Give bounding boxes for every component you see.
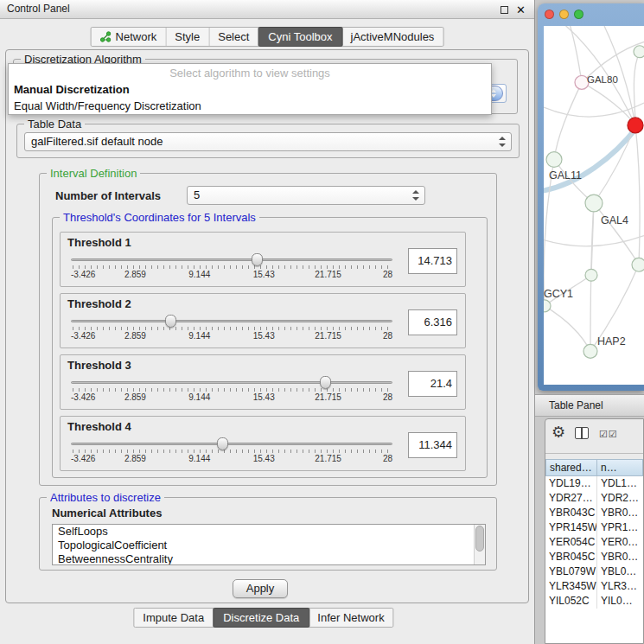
network-canvas[interactable]: GAL80 GAL11 GAL4 GCY1 HAP2 bbox=[544, 26, 644, 385]
table-cell[interactable]: YLR3… bbox=[597, 579, 643, 594]
tab-style-label: Style bbox=[175, 30, 200, 43]
table-panel-titlebar[interactable]: Table Panel bbox=[535, 394, 644, 417]
table-row[interactable]: YBR043C YBR0… bbox=[545, 506, 643, 520]
tab-network[interactable]: Network bbox=[92, 28, 167, 46]
scale-label: 9.144 bbox=[188, 270, 210, 279]
table-row[interactable]: YBL079W YBL0… bbox=[545, 564, 643, 579]
network-node[interactable] bbox=[544, 300, 551, 312]
attributes-group-title: Attributes to discretize bbox=[47, 491, 164, 504]
close-traffic-icon[interactable] bbox=[545, 10, 554, 19]
network-node[interactable] bbox=[585, 194, 603, 212]
tab-jactivemnodules[interactable]: jActiveMNodules bbox=[342, 28, 443, 46]
threshold-1-box: Threshold 1 -3.426 2.859 9.144 15.43 21.… bbox=[60, 232, 466, 287]
table-cell[interactable]: YBR045C bbox=[545, 550, 597, 564]
threshold-3-value-field[interactable]: 21.4 bbox=[408, 371, 457, 397]
tab-style[interactable]: Style bbox=[166, 28, 209, 46]
threshold-slider-thumb[interactable] bbox=[165, 315, 176, 328]
table-cell[interactable]: YPR145W bbox=[545, 520, 597, 535]
columns-icon[interactable] bbox=[575, 427, 589, 439]
tab-impute-data[interactable]: Impute Data bbox=[134, 609, 214, 627]
checkbox-filter-icons[interactable]: ☑☑ bbox=[599, 429, 618, 440]
number-of-intervals-label: Number of Intervals bbox=[55, 189, 161, 202]
table-cell[interactable]: YER054C bbox=[545, 535, 597, 550]
threshold-3-box: Threshold 3 -3.426 2.859 9.144 15.43 21.… bbox=[60, 354, 466, 410]
threshold-1-value-field[interactable]: 14.713 bbox=[408, 248, 457, 274]
network-node[interactable] bbox=[583, 344, 597, 358]
table-row[interactable]: YIL052C YIL0… bbox=[545, 594, 643, 609]
tab-select-label: Select bbox=[218, 30, 249, 43]
minimize-traffic-icon[interactable] bbox=[559, 10, 569, 19]
list-item[interactable]: TopologicalCoefficient bbox=[53, 539, 485, 552]
threshold-2-slider[interactable]: -3.426 2.859 9.144 15.43 21.715 28 bbox=[71, 315, 392, 346]
threshold-4-value-field[interactable]: 11.344 bbox=[408, 432, 457, 458]
numerical-attributes-list: SelfLoops TopologicalCoefficient Between… bbox=[52, 524, 486, 565]
table-cell[interactable]: YBL0… bbox=[597, 564, 643, 579]
table-row[interactable]: YDL19… YDL1… bbox=[545, 476, 643, 491]
table-row[interactable]: YLR345W YLR3… bbox=[545, 579, 643, 594]
column-header-name[interactable]: n… bbox=[597, 459, 643, 476]
top-tabstrip: Network Style Select Cyni Toolbox jActiv… bbox=[91, 27, 444, 47]
table-cell[interactable]: YDL1… bbox=[597, 476, 643, 491]
zoom-traffic-icon[interactable] bbox=[574, 10, 583, 19]
network-node-selected[interactable] bbox=[628, 118, 643, 133]
table-cell[interactable]: YIL0… bbox=[597, 594, 643, 609]
threshold-slider-thumb[interactable] bbox=[252, 253, 263, 266]
table-data-group-title: Table Data bbox=[24, 118, 85, 131]
control-panel-window: Control Panel ✕ Network Style Select Cyn… bbox=[0, 0, 535, 644]
table-cell[interactable]: YDR2… bbox=[597, 491, 643, 506]
apply-button[interactable]: Apply bbox=[233, 579, 288, 598]
network-node[interactable] bbox=[634, 46, 644, 58]
table-cell[interactable]: YBR043C bbox=[545, 506, 597, 520]
network-node[interactable] bbox=[585, 269, 597, 281]
window-traffic-lights bbox=[545, 10, 583, 19]
table-cell[interactable]: YPR1… bbox=[597, 520, 643, 535]
dropdown-option-equal-width[interactable]: Equal Width/Frequency Discretization bbox=[9, 98, 491, 114]
table-cell[interactable]: YLR345W bbox=[545, 579, 597, 594]
scrollbar-thumb[interactable] bbox=[475, 526, 484, 552]
table-cell[interactable]: YIL052C bbox=[545, 594, 597, 609]
table-cell[interactable]: YDL19… bbox=[545, 476, 597, 491]
close-icon[interactable]: ✕ bbox=[516, 4, 526, 16]
table-row[interactable]: YDR27… YDR2… bbox=[545, 491, 643, 506]
scale-label: 2.859 bbox=[124, 270, 146, 279]
numerical-attributes-label: Numerical Attributes bbox=[52, 507, 162, 520]
table-cell[interactable]: YBR0… bbox=[597, 506, 643, 520]
table-row[interactable]: YBR045C YBR0… bbox=[545, 550, 643, 564]
table-data-combobox[interactable]: galFiltered.sif default node bbox=[24, 132, 512, 151]
threshold-4-slider[interactable]: -3.426 2.859 9.144 15.43 21.715 28 bbox=[71, 437, 392, 469]
tab-select[interactable]: Select bbox=[209, 28, 258, 46]
threshold-slider-thumb[interactable] bbox=[217, 437, 228, 450]
number-of-intervals-combobox[interactable]: 5 bbox=[187, 186, 425, 205]
tab-network-label: Network bbox=[116, 30, 157, 43]
threshold-2-value-field[interactable]: 6.316 bbox=[408, 309, 457, 335]
window-titlebar[interactable]: Control Panel ✕ bbox=[0, 0, 534, 19]
column-header-shared-name[interactable]: shared… bbox=[545, 459, 597, 476]
tab-discretize-data[interactable]: Discretize Data bbox=[213, 608, 309, 628]
slider-track[interactable] bbox=[71, 320, 392, 322]
table-cell[interactable]: YBR0… bbox=[597, 550, 643, 564]
threshold-slider-thumb[interactable] bbox=[320, 376, 331, 389]
list-item[interactable]: BetweennessCentrality bbox=[53, 552, 485, 565]
network-node[interactable] bbox=[632, 258, 644, 271]
list-item[interactable]: SelfLoops bbox=[53, 525, 485, 539]
gear-icon[interactable]: ⚙ bbox=[552, 424, 565, 440]
combo-arrows-icon bbox=[499, 136, 507, 148]
table-row[interactable]: YPR145W YPR1… bbox=[545, 520, 643, 535]
table-cell[interactable]: YER0… bbox=[597, 535, 643, 550]
threshold-3-slider[interactable]: -3.426 2.859 9.144 15.43 21.715 28 bbox=[71, 376, 392, 407]
table-cell[interactable]: YBL079W bbox=[545, 564, 597, 579]
network-node[interactable] bbox=[546, 152, 562, 168]
minimize-icon[interactable] bbox=[501, 6, 508, 14]
slider-track[interactable] bbox=[71, 443, 392, 445]
table-row[interactable]: YER054C YER0… bbox=[545, 535, 643, 550]
tab-cyni-toolbox[interactable]: Cyni Toolbox bbox=[258, 27, 342, 47]
table-cell[interactable]: YDR27… bbox=[545, 491, 597, 506]
slider-track[interactable] bbox=[71, 258, 392, 261]
scale-label: 28 bbox=[383, 454, 392, 463]
scale-label: 2.859 bbox=[124, 454, 146, 463]
list-scrollbar[interactable] bbox=[474, 525, 485, 564]
slider-track[interactable] bbox=[71, 381, 392, 384]
tab-infer-network[interactable]: Infer Network bbox=[309, 609, 392, 627]
dropdown-option-manual-discretization[interactable]: Manual Discretization bbox=[9, 81, 491, 98]
threshold-1-slider[interactable]: -3.426 2.859 9.144 15.43 21.715 28 bbox=[71, 253, 392, 284]
